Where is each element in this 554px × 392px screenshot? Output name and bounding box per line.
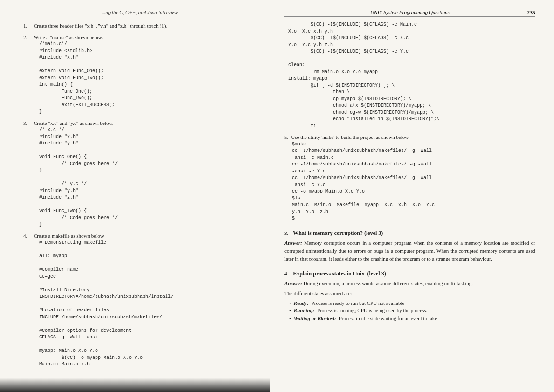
q4-answer: Answer: During execution, a process woul… (284, 280, 535, 288)
q4: 4. Explain process states in Unix. (leve… (284, 269, 535, 323)
item2-code-body: #include <stdlib.h> #include "x.h" exter… (39, 48, 256, 116)
q3-answer: Answer: Memory corruption occurs in a co… (284, 239, 535, 263)
list-item-1: 1. Create three header files "x.h", "y.h… (23, 22, 256, 30)
list-item-4: 4. Create a makefile as shown below. # D… (23, 232, 256, 368)
q3-number: 3. (284, 229, 288, 237)
q4-header: 4. Explain process states in Unix. (leve… (284, 269, 535, 280)
item3-xc-comment: /* x.c */ (39, 127, 256, 134)
right-page-title: UNIX System Programming Questions (284, 9, 535, 15)
item5-header: 5. Use the utility 'make' to build the p… (284, 133, 535, 141)
list-item-3: 3. Create "x.c" and "y.c" as shown below… (23, 119, 256, 228)
q4-number: 4. (284, 270, 288, 278)
left-page-header: ...ng the C, C++, and Java Interview (23, 9, 256, 17)
item5-text: Use the utility 'make' to build the proj… (291, 133, 409, 141)
right-page-content: $(CC) -I$(INCLUDE) $(CFLAGS) -c Main.c X… (284, 21, 535, 322)
q4-answer-label: Answer: (284, 281, 302, 286)
left-page-content: 1. Create three header files "x.h", "y.h… (23, 22, 256, 368)
make-commands-code: $(CC) -I$(INCLUDE) $(CFLAGS) -c Main.c X… (288, 21, 535, 130)
item5: 5. Use the utility 'make' to build the p… (284, 133, 535, 222)
item4-makefile-code: # Demonstrating makefile all: myapp #Com… (39, 240, 256, 368)
item2-code-comment: /*main.c*/ (39, 41, 256, 48)
right-page-header: UNIX System Programming Questions 235 (284, 9, 535, 17)
left-page: ...ng the C, C++, and Java Interview 1. … (0, 0, 270, 392)
list-item: Running: Process is running; CPU is bein… (289, 307, 535, 315)
list-item: Ready: Process is ready to run but CPU n… (289, 299, 535, 307)
q3: 3. What is memory corruption? (level 3) … (284, 229, 535, 263)
item3-xc-code: #include "x.h" #include "y.h" void Func_… (39, 134, 256, 228)
list-item: Waiting or Blocked: Process in idle stat… (289, 315, 535, 323)
item4-content: Create a makefile as shown below. # Demo… (34, 232, 256, 368)
q4-bullet-list: Ready: Process is ready to run but CPU n… (284, 299, 535, 323)
q4-heading: Explain process states in Unix. (level 3… (293, 269, 386, 278)
q3-header: 3. What is memory corruption? (level 3) (284, 229, 535, 239)
item2-content: Write a "main.c" as shown below. /*main.… (34, 34, 256, 116)
q3-answer-label: Answer: (284, 240, 302, 246)
book-spread: ...ng the C, C++, and Java Interview 1. … (0, 0, 554, 392)
q4-states-intro: The different states assumed are: (284, 289, 535, 297)
page-number: 235 (527, 9, 535, 16)
page-bottom-shadow (0, 378, 270, 392)
item3-content: Create "x.c" and "y.c" as shown below. /… (34, 119, 256, 228)
left-ordered-list: 1. Create three header files "x.h", "y.h… (23, 22, 256, 368)
item5-code: $make cc -I/home/subhash/unixsubhash/mak… (292, 141, 535, 222)
item1-content: Create three header files "x.h", "y.h" a… (34, 22, 256, 30)
right-page: UNIX System Programming Questions 235 $(… (270, 0, 554, 392)
q3-heading: What is memory corruption? (level 3) (293, 229, 383, 237)
list-item-2: 2. Write a "main.c" as shown below. /*ma… (23, 34, 256, 116)
